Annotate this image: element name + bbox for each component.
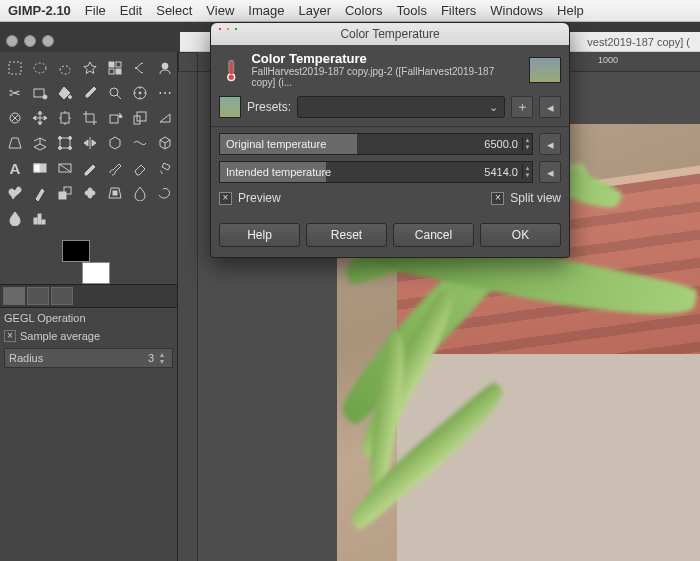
paths-tool[interactable] [28,81,52,105]
menu-select[interactable]: Select [156,3,192,18]
svg-point-12 [139,92,141,94]
move-tool[interactable] [28,106,52,130]
shear-tool[interactable] [153,106,177,130]
ellipse-select-tool[interactable] [28,56,52,80]
gradient-tool[interactable] [28,156,52,180]
foreground-select-tool[interactable] [153,56,177,80]
ink-tool[interactable] [28,181,52,205]
menu-edit[interactable]: Edit [120,3,142,18]
dialog-titlebar[interactable]: Color Temperature [211,23,569,45]
menu-filters[interactable]: Filters [441,3,476,18]
split-view-checkbox[interactable]: × [491,192,504,205]
text-tool[interactable]: A [3,156,27,180]
dialog-close[interactable] [219,28,221,30]
gegl-tool[interactable]: ⋯ [153,81,177,105]
perspective-tool[interactable] [3,131,27,155]
align-tool[interactable] [3,106,27,130]
target-thumb[interactable] [219,96,241,118]
dodge-tool[interactable] [3,206,27,230]
scale-tool[interactable] [128,106,152,130]
fuzzy-select-tool[interactable] [78,56,102,80]
mypaint-tool[interactable] [3,181,27,205]
rotate-tool[interactable] [103,106,127,130]
color-picker-tool[interactable] [78,81,102,105]
pencil-tool[interactable] [78,156,102,180]
tab-tool-options[interactable] [3,287,25,305]
min-dot[interactable] [24,35,36,47]
menu-help[interactable]: Help [557,3,584,18]
measure-tool[interactable] [128,81,152,105]
blend-tool[interactable] [53,156,77,180]
fgbg-colors[interactable] [62,240,110,284]
sample-average-checkbox[interactable]: × [4,330,16,342]
help-button[interactable]: Help [219,223,300,247]
reset-button[interactable]: Reset [306,223,387,247]
intended-temperature-slider[interactable]: Intended temperature 5414.0 ▲▼ [219,161,533,183]
paintbrush-tool[interactable] [103,156,127,180]
heal-tool[interactable] [78,181,102,205]
dialog-min[interactable] [227,28,229,30]
original-temperature-reset[interactable]: ◂ [539,133,561,155]
by-color-select-tool[interactable] [103,56,127,80]
dialog-heading: Color Temperature [251,51,520,66]
flip-tool[interactable] [78,131,102,155]
cancel-button[interactable]: Cancel [393,223,474,247]
svg-rect-15 [110,115,118,123]
dialog-zoom[interactable] [235,28,237,30]
menu-layer[interactable]: Layer [298,3,331,18]
zoom-tool[interactable] [103,81,127,105]
unified-transform-tool[interactable] [53,106,77,130]
presets-dropdown[interactable]: ⌄ [297,96,505,118]
menu-windows[interactable]: Windows [490,3,543,18]
airbrush-tool[interactable] [153,156,177,180]
extra-tool-2[interactable] [78,206,102,230]
bg-color[interactable] [82,262,110,284]
eraser-tool[interactable] [128,156,152,180]
svg-rect-3 [116,62,121,67]
free-select-tool[interactable] [53,56,77,80]
cage-tool[interactable] [103,131,127,155]
cube-tool[interactable] [153,131,177,155]
dialog-thumbnail[interactable] [529,57,561,83]
original-temperature-spinner[interactable]: ▲▼ [522,137,532,151]
menu-image[interactable]: Image [248,3,284,18]
menu-tools[interactable]: Tools [397,3,427,18]
crop2-tool[interactable] [78,106,102,130]
radius-spinner[interactable]: ▲▼ [156,351,168,365]
extra-tool-1[interactable] [53,206,77,230]
scissors-select-tool[interactable] [128,56,152,80]
ruler-vertical[interactable] [178,72,198,561]
smudge-tool[interactable] [153,181,177,205]
intended-temperature-reset[interactable]: ◂ [539,161,561,183]
tab-device[interactable] [27,287,49,305]
bucket-fill-tool[interactable] [53,81,77,105]
menu-view[interactable]: View [206,3,234,18]
close-dot[interactable] [6,35,18,47]
preset-menu-button[interactable]: ◂ [539,96,561,118]
svg-rect-29 [88,188,92,198]
radius-field[interactable]: Radius 3 ▲▼ [4,348,173,368]
handle-transform-tool[interactable] [53,131,77,155]
app-name[interactable]: GIMP-2.10 [8,3,71,18]
clone-tool[interactable] [53,181,77,205]
preview-checkbox[interactable]: × [219,192,232,205]
levels-tool[interactable] [28,206,52,230]
perspective-clone-tool[interactable] [103,181,127,205]
ruler-origin[interactable] [178,52,198,72]
add-preset-button[interactable]: ＋ [511,96,533,118]
zoom-dot[interactable] [42,35,54,47]
rect-select-tool[interactable] [3,56,27,80]
transform3d-tool[interactable] [28,131,52,155]
ok-button[interactable]: OK [480,223,561,247]
tab-images[interactable] [51,287,73,305]
tool-grid: ✂ ⋯ A [0,52,177,234]
warp-tool[interactable] [128,131,152,155]
blur-tool[interactable] [128,181,152,205]
intended-temperature-spinner[interactable]: ▲▼ [522,165,532,179]
menu-colors[interactable]: Colors [345,3,383,18]
original-temperature-slider[interactable]: Original temperature 6500.0 ▲▼ [219,133,533,155]
menu-file[interactable]: File [85,3,106,18]
svg-rect-24 [34,164,40,172]
fg-color[interactable] [62,240,90,262]
crop-tool[interactable]: ✂ [3,81,27,105]
